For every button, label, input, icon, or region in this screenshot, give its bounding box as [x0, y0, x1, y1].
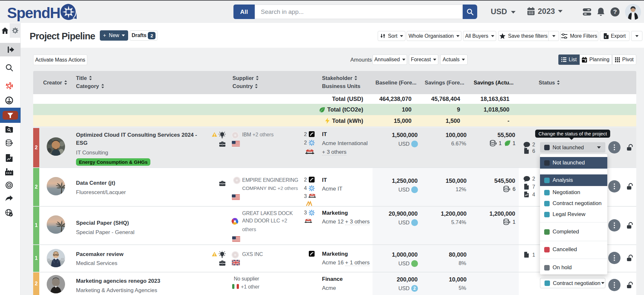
svg-text:x: x: [605, 35, 606, 38]
